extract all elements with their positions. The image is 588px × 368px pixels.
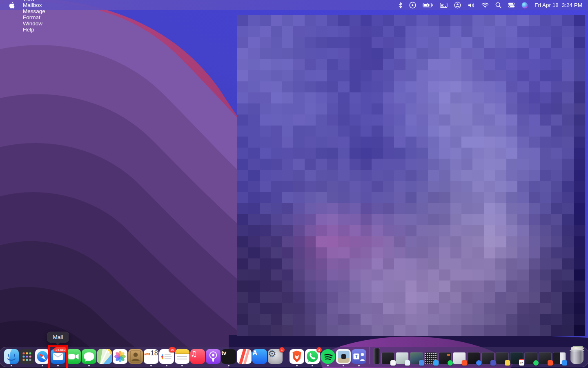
siri-icon[interactable] <box>518 2 531 9</box>
dock-tv-icon[interactable]: tv <box>221 349 236 364</box>
teams-running-indicator <box>358 365 360 366</box>
menu-format[interactable]: Format <box>19 14 49 20</box>
minimized-window-preview[interactable] <box>396 352 408 364</box>
dock-finder-icon[interactable] <box>4 349 19 364</box>
dock-contacts-icon[interactable] <box>128 349 143 364</box>
trash-body <box>570 350 584 364</box>
clock-time: 3:24 PM <box>562 2 582 8</box>
settings-badge: 1 <box>279 347 285 352</box>
spotify-glyph <box>321 349 335 364</box>
minimized-window-finder[interactable] <box>425 352 437 364</box>
input-source-icon[interactable] <box>437 2 451 8</box>
dock-appstore-icon[interactable]: A <box>252 349 267 364</box>
wifi-icon[interactable] <box>478 2 492 8</box>
spotify-running-indicator <box>327 365 329 366</box>
mail-running-indicator <box>57 365 59 366</box>
mail-mini-badge <box>562 360 567 366</box>
whatsapp-mini-badge <box>533 360 539 366</box>
dock-launchpad-icon[interactable] <box>20 349 34 364</box>
dock-reminders-icon[interactable]: 10 <box>159 349 174 364</box>
dock-whatsapp-icon[interactable]: 3 <box>305 349 320 364</box>
reminders-mini-badge <box>390 360 396 366</box>
trash-icon[interactable] <box>570 348 584 364</box>
menu-bar-left: MailFileEditViewMailboxMessageFormatWind… <box>0 0 49 10</box>
facetime-glyph <box>66 349 81 364</box>
minimized-window-brave-2[interactable] <box>539 352 551 364</box>
minimized-window-notes[interactable] <box>496 352 508 364</box>
minimized-window-teams[interactable] <box>482 352 494 364</box>
dock-brave-icon[interactable] <box>290 349 304 364</box>
dock-separator <box>286 347 286 364</box>
dock-podcasts-icon[interactable] <box>206 349 220 364</box>
desktop: MailFileEditViewMailboxMessageFormatWind… <box>0 0 588 368</box>
whatsapp-badge: 3 <box>316 347 322 352</box>
dock-maps-icon[interactable] <box>97 349 112 364</box>
menu-help[interactable]: Help <box>19 27 49 33</box>
finder-mini-badge <box>433 360 439 366</box>
cubes-mini-badge <box>490 360 496 366</box>
reminders-badge: 10 <box>169 347 176 352</box>
brave-running-indicator <box>296 365 298 366</box>
minimized-window-reminders[interactable] <box>382 352 394 364</box>
control-center-icon[interactable] <box>505 2 518 8</box>
spotlight-search-icon[interactable] <box>492 2 505 8</box>
messages-glyph <box>82 349 96 364</box>
news-glyph <box>237 349 252 364</box>
whatsapp-running-indicator <box>312 365 313 366</box>
minimized-window-textedit[interactable] <box>468 352 480 364</box>
dock-notes-icon[interactable] <box>175 349 189 364</box>
battery-charging-icon[interactable] <box>419 2 437 8</box>
clock-date: Fri Apr 18 <box>535 2 559 8</box>
apple-menu[interactable] <box>5 0 19 10</box>
dock-teams-icon[interactable]: T <box>352 349 366 364</box>
calendar-month: APR <box>144 353 151 356</box>
brave-mini-badge <box>548 360 553 366</box>
minimized-window-spotify[interactable] <box>439 352 451 364</box>
dock-photos-icon[interactable] <box>113 349 127 364</box>
dock-separator <box>370 347 370 364</box>
svg-text:T: T <box>355 354 358 359</box>
dock-safari-icon[interactable] <box>35 349 50 364</box>
volume-icon[interactable] <box>464 2 478 8</box>
dock-tooltip: Mail <box>48 332 69 342</box>
dock-music-icon[interactable]: ♫ <box>190 349 205 364</box>
minimized-phone-window[interactable] <box>374 348 380 364</box>
photoviewer-glyph <box>336 349 351 364</box>
finder-glyph <box>4 349 19 364</box>
bluetooth-icon[interactable] <box>395 2 406 9</box>
brave-mini-badge <box>462 360 467 366</box>
dock-facetime-icon[interactable] <box>66 349 81 364</box>
dock-mail-icon[interactable]: 24,660Mail <box>51 349 65 364</box>
reminders-running-indicator <box>166 365 167 366</box>
user-account-icon[interactable] <box>451 2 464 9</box>
music-glyph: ♫ <box>190 349 205 364</box>
menu-bar-clock[interactable]: Fri Apr 18 3:24 PM <box>531 2 582 8</box>
photoviewer-running-indicator <box>343 365 344 366</box>
notes-mini-badge <box>505 360 510 366</box>
dock: 24,660MailAPR1810♫tvA⚙13T17 <box>0 347 588 367</box>
dock-calendar-icon[interactable]: APR18 <box>144 349 158 364</box>
preview-mini-badge <box>405 360 410 366</box>
minimized-window-calendar[interactable]: 17 <box>510 352 523 364</box>
calendar-running-indicator <box>150 365 152 366</box>
spotify-mini-badge <box>448 360 453 366</box>
menu-window[interactable]: Window <box>19 20 49 27</box>
minimized-window-photos[interactable] <box>410 352 423 364</box>
dock-news-icon[interactable] <box>237 349 252 364</box>
appstore-glyph: A <box>252 349 267 364</box>
menu-message[interactable]: Message <box>19 8 49 14</box>
dock-settings-icon[interactable]: ⚙1 <box>268 349 283 364</box>
menu-mailbox[interactable]: Mailbox <box>19 2 49 8</box>
dock-spotify-icon[interactable] <box>321 349 335 364</box>
minimized-window-whatsapp[interactable] <box>525 352 537 364</box>
launchpad-glyph <box>20 349 34 364</box>
menu-bar-status: Fri Apr 18 3:24 PM <box>395 0 588 10</box>
now-playing-icon[interactable] <box>406 2 419 9</box>
minimized-window-brave-1[interactable] <box>453 352 466 364</box>
dock-messages-icon[interactable] <box>82 349 96 364</box>
contacts-glyph <box>128 349 143 364</box>
tv-glyph: tv <box>221 349 236 364</box>
finder-running-indicator <box>11 365 12 366</box>
dock-photoviewer-icon[interactable] <box>336 349 351 364</box>
minimized-window-mail[interactable] <box>553 352 566 364</box>
